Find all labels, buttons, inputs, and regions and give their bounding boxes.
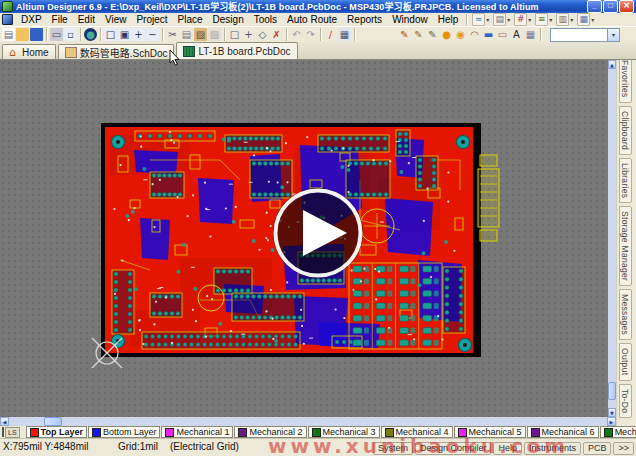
browser-home-icon[interactable]: ●: [84, 28, 97, 41]
interactive-routing-icon[interactable]: ✎: [398, 28, 411, 41]
menu-window[interactable]: Window: [387, 13, 433, 26]
doc-tab-home[interactable]: ⌂Home: [2, 44, 56, 59]
scroll-right-button[interactable]: ▶: [607, 417, 616, 426]
panel-button-design-compiler[interactable]: Design Compiler: [415, 442, 492, 455]
panel-tab-to-do[interactable]: To-Do: [619, 384, 632, 418]
doc-tab-数码管电路-schdoc[interactable]: 数码管电路.SchDoc: [58, 44, 175, 59]
document-options-icon-dropdown[interactable]: ▾: [507, 16, 510, 23]
panel-tab-favorites[interactable]: Favorites: [619, 60, 632, 103]
menu-dxp[interactable]: DXP: [16, 13, 47, 26]
layer-stack-icon[interactable]: ≡: [535, 13, 548, 26]
place-string-icon[interactable]: A: [510, 28, 523, 41]
panel-tab-libraries[interactable]: Libraries: [619, 158, 632, 203]
snap-grid-icon[interactable]: #: [514, 13, 527, 26]
place-via-icon[interactable]: ◉: [454, 28, 467, 41]
layer-select-combobox[interactable]: ▾: [550, 28, 620, 42]
route-multiple-icon[interactable]: ✎: [426, 28, 439, 41]
zoom-in-icon[interactable]: +: [132, 28, 145, 41]
panel-tab-clipboard[interactable]: Clipboard: [619, 106, 632, 155]
place-fill-icon[interactable]: ▬: [482, 28, 495, 41]
scroll-left-button[interactable]: ◀: [0, 417, 9, 426]
layer-tab-mechanical-6[interactable]: Mechanical 6: [527, 426, 599, 438]
document-options-icon[interactable]: ▤: [493, 13, 506, 26]
menu-place[interactable]: Place: [173, 13, 208, 26]
panel-button-instruments[interactable]: Instruments: [524, 442, 581, 455]
layer-tab-mechanical-5[interactable]: Mechanical 5: [454, 426, 526, 438]
zoom-fit-document-icon[interactable]: □: [104, 28, 117, 41]
panel-button-[interactable]: >>: [613, 442, 634, 455]
vertical-scrollbar[interactable]: ▲ ▼: [608, 60, 616, 417]
edge-connector: [478, 155, 499, 241]
clear-filter-icon[interactable]: ✗: [270, 28, 283, 41]
menu-help[interactable]: Help: [433, 13, 464, 26]
minimize-button[interactable]: _: [587, 0, 602, 13]
paste-icon[interactable]: ▨: [194, 28, 207, 41]
menu-view[interactable]: View: [100, 13, 132, 26]
place-arc-icon[interactable]: ◠: [468, 28, 481, 41]
board-options-icon-dropdown[interactable]: ▾: [570, 16, 573, 23]
place-polygon-icon[interactable]: ▭: [496, 28, 509, 41]
panel-button-system[interactable]: System: [373, 442, 413, 455]
layer-tab-mechanical-1[interactable]: Mechanical 1: [161, 426, 233, 438]
pcb-workspace[interactable]: [0, 60, 608, 417]
current-layer-color-swatch[interactable]: [2, 427, 4, 437]
place-component-icon[interactable]: ▦: [524, 28, 537, 41]
select-area-icon[interactable]: □: [228, 28, 241, 41]
layer-tab-mechanical-7[interactable]: Mechanical 7: [600, 426, 636, 438]
panel-button-pcb[interactable]: PCB: [583, 442, 612, 455]
selection-filter-icon[interactable]: ≈: [472, 13, 485, 26]
board-options-icon[interactable]: ▥: [556, 13, 569, 26]
panel-button-help[interactable]: Help: [493, 442, 522, 455]
reposition-icon[interactable]: ◇: [256, 28, 269, 41]
panel-tab-storage-manager[interactable]: Storage Manager: [619, 206, 632, 286]
redo-icon[interactable]: ↷: [304, 28, 317, 41]
print-icon[interactable]: ▭: [50, 28, 63, 41]
vertical-scroll-thumb[interactable]: [608, 382, 616, 400]
close-button[interactable]: ✕: [619, 0, 634, 13]
maximize-button[interactable]: □: [603, 0, 618, 13]
save-icon[interactable]: [30, 28, 43, 41]
zoom-area-icon[interactable]: ▣: [118, 28, 131, 41]
layer-tab-mechanical-4[interactable]: Mechanical 4: [381, 426, 453, 438]
print-preview-icon[interactable]: ▫: [64, 28, 77, 41]
cross-probe-icon[interactable]: ▦: [338, 28, 351, 41]
menu-design[interactable]: Design: [208, 13, 249, 26]
route-differential-pair-icon[interactable]: ✎: [412, 28, 425, 41]
layer-stack-icon-dropdown[interactable]: ▾: [549, 16, 552, 23]
line-tool-icon[interactable]: ∕: [324, 28, 337, 41]
layer-sets-button[interactable]: LS: [5, 427, 20, 438]
menu-reports[interactable]: Reports: [342, 13, 387, 26]
scroll-up-button[interactable]: ▲: [608, 60, 616, 69]
place-pad-icon[interactable]: ●: [440, 28, 453, 41]
play-button[interactable]: [273, 188, 363, 278]
menu-project[interactable]: Project: [131, 13, 172, 26]
menu-file[interactable]: File: [47, 13, 73, 26]
new-document-icon[interactable]: ▤: [2, 28, 15, 41]
layer-select-dropdown-icon[interactable]: ▾: [608, 28, 620, 42]
selection-filter-icon-dropdown[interactable]: ▾: [486, 16, 489, 23]
cut-icon[interactable]: ✂: [166, 28, 179, 41]
copy-icon[interactable]: ▤: [180, 28, 193, 41]
undo-icon[interactable]: ↶: [290, 28, 303, 41]
layer-tab-mechanical-2[interactable]: Mechanical 2: [234, 426, 306, 438]
menu-tools[interactable]: Tools: [249, 13, 282, 26]
grid-manager-icon[interactable]: ▦: [577, 13, 590, 26]
paste-array-icon[interactable]: ▨: [208, 28, 221, 41]
snap-grid-icon-dropdown[interactable]: ▾: [528, 16, 531, 23]
layer-tab-bottom-layer[interactable]: Bottom Layer: [88, 426, 161, 438]
layer-tab-mechanical-3[interactable]: Mechanical 3: [308, 426, 380, 438]
panel-tab-messages[interactable]: Messages: [619, 289, 632, 340]
scroll-down-button[interactable]: ▼: [608, 408, 616, 417]
move-object-icon[interactable]: +: [242, 28, 255, 41]
zoom-out-icon[interactable]: −: [146, 28, 159, 41]
horizontal-scroll-thumb[interactable]: [44, 417, 62, 426]
doc-tab-lt-1b-board-pcbdoc[interactable]: LT-1B board.PcbDoc: [176, 42, 297, 59]
grid-manager-icon-dropdown[interactable]: ▾: [591, 16, 594, 23]
layer-tab-top-layer[interactable]: Top Layer: [26, 426, 87, 438]
horizontal-scrollbar[interactable]: ◀ ▶: [0, 417, 616, 426]
menu-auto-route[interactable]: Auto Route: [282, 13, 342, 26]
panel-tab-output[interactable]: Output: [619, 343, 632, 380]
menu-edit[interactable]: Edit: [73, 13, 100, 26]
open-document-icon[interactable]: [16, 28, 29, 41]
layer-select-value[interactable]: [550, 28, 608, 42]
